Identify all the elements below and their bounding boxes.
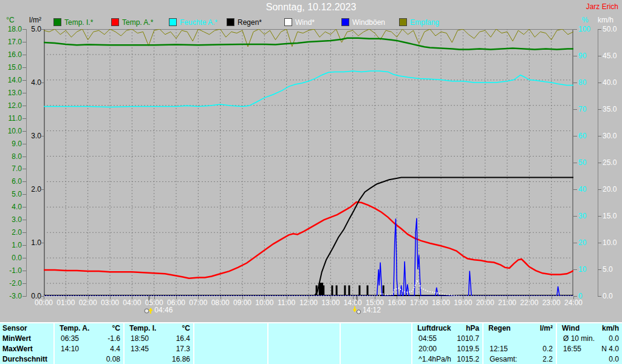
table-cell-row3: 0.0	[557, 354, 622, 364]
table-cell-row2-value: N 4.0	[601, 344, 619, 354]
table-cell-row2-time: 20:00	[419, 344, 437, 354]
legend-item-2: Temp. A.*	[111, 18, 153, 26]
time-tick	[529, 296, 530, 299]
legend-label: Empfang	[410, 18, 439, 27]
degc-tick-label-tick	[22, 207, 26, 207]
table-cell-row1-time: 06:35	[61, 334, 79, 344]
table-row-label: Durchschnitt	[0, 354, 53, 364]
degc-tick-label-tick	[22, 67, 26, 68]
table-cell-row2-value: 17.3	[176, 344, 190, 354]
pct-tick-label: 10	[578, 266, 594, 273]
table-cell-row1: Ø 10 min.0.0	[557, 334, 622, 344]
pct-tick-label-tick	[573, 269, 577, 270]
kmh-tick-label-tick	[598, 29, 601, 30]
table-header-cell-value: °C	[112, 323, 120, 334]
page-title: Sonntag, 10.12.2023	[0, 2, 622, 13]
degc-tick-label: -3.0	[0, 292, 22, 300]
table-sensor-column: Temp. A.°C06:35-1.614:104.40.08	[53, 323, 123, 364]
time-tick	[198, 296, 199, 299]
degc-tick-label-tick	[22, 181, 26, 182]
time-tick	[330, 296, 331, 299]
pct-tick-label: 90	[578, 52, 594, 59]
table-header-cell-time: Wind	[562, 323, 579, 334]
legend-swatch	[169, 18, 177, 26]
table-cell-row1-value: 16.4	[176, 334, 190, 344]
degc-tick-label-tick	[22, 55, 26, 55]
time-tick	[573, 296, 574, 299]
legend-label: Windböen	[352, 18, 385, 27]
lm2-tick-label-tick	[40, 136, 44, 136]
time-tick	[66, 296, 66, 299]
table-cell-row1-value: -1.6	[108, 334, 120, 344]
series-feuchte-a-	[44, 71, 573, 107]
lm2-tick-label: 5.0	[23, 25, 41, 33]
time-tick	[507, 296, 508, 299]
table-cell-row3-value: 0.08	[106, 354, 120, 364]
degc-tick-label: 0.0	[0, 254, 22, 261]
time-tick-label: 05:00	[143, 298, 166, 307]
degc-tick-label: 16.0	[0, 51, 22, 58]
pct-tick-label: 30	[578, 212, 594, 220]
time-tick-label: 14:00	[341, 298, 364, 307]
time-tick	[419, 296, 420, 299]
table-row-label: Sensor	[0, 323, 53, 334]
time-tick	[242, 296, 243, 299]
table-cell-row1-value: 1010.7	[457, 334, 479, 344]
rain-bar	[323, 285, 324, 295]
time-tick	[88, 296, 89, 299]
pct-tick-label-tick	[573, 136, 577, 136]
axis-unit-degc: °C	[0, 16, 21, 24]
table-sensor-column: Regenl/m²12:150.2Gesamt:2.2	[482, 323, 556, 364]
degc-tick-label-tick	[22, 106, 26, 106]
table-cell-row2-time: 14:10	[61, 344, 79, 354]
time-tick	[287, 296, 287, 299]
legend-label: Regen*	[238, 18, 262, 27]
legend-swatch	[53, 18, 61, 26]
time-tick	[132, 296, 132, 299]
rain-bar	[336, 285, 338, 295]
kmh-tick-label: 20.0	[603, 186, 621, 193]
moonrise-time: 04:46	[154, 306, 173, 314]
table-sensor-column: Temp. I.°C18:5016.413:4517.316.86	[123, 323, 193, 364]
time-tick	[154, 296, 155, 299]
degc-tick-label: 6.0	[0, 178, 22, 185]
chart-plot-area[interactable]	[44, 29, 573, 296]
table-cell-row2-time: 16:55	[563, 344, 581, 354]
lm2-tick-label: 3.0	[23, 132, 41, 140]
pct-tick-label-tick	[573, 216, 577, 217]
time-tick-label: 23:00	[540, 298, 563, 307]
table-cell-row2-value: 0.2	[542, 344, 553, 354]
degc-tick-label-tick	[22, 169, 26, 169]
time-tick	[44, 296, 44, 299]
legend-item-5: Wind*	[284, 18, 315, 26]
degc-tick-label-tick	[22, 258, 26, 258]
degc-tick-label: 13.0	[0, 89, 22, 96]
time-tick-label: 02:00	[77, 298, 100, 307]
time-tick-label: 00:00	[32, 298, 55, 307]
table-cell-row1	[484, 334, 556, 344]
degc-tick-label-tick	[22, 144, 26, 144]
kmh-tick-label: 10.0	[603, 239, 621, 246]
rain-bar	[331, 285, 333, 295]
time-tick	[110, 296, 111, 299]
legend-label: Wind*	[295, 18, 315, 27]
time-tick-label: 12:00	[297, 298, 320, 307]
table-cell-row2: 13:4517.3	[125, 344, 193, 354]
table-header-cell	[268, 323, 340, 334]
lm2-tick-label-tick	[40, 189, 44, 190]
lm2-tick-label: 1.0	[23, 239, 41, 246]
time-tick-label: 07:00	[186, 298, 210, 307]
degc-tick-label: 5.0	[0, 190, 22, 198]
pct-tick-label: 100	[578, 25, 594, 33]
time-tick-label: 11:00	[275, 298, 298, 307]
table-cell-row2	[194, 344, 267, 354]
rain-bar	[367, 285, 369, 295]
legend-swatch	[341, 18, 349, 26]
table-header-cell-time: Temp. A.	[60, 323, 89, 334]
legend-label: Temp. I.*	[64, 18, 93, 27]
pct-tick-label: 70	[578, 106, 594, 113]
table-cell-row3: 0.08	[55, 354, 123, 364]
table-header-cell-time: Luftdruck	[417, 323, 451, 334]
lm2-tick-label-tick	[40, 83, 44, 83]
lm2-tick-label-tick	[40, 29, 44, 30]
